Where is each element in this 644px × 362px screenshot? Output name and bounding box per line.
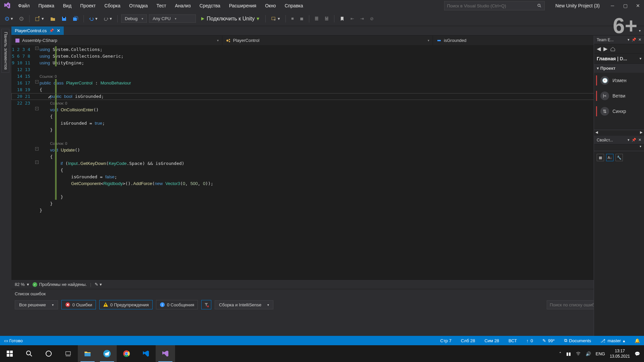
telegram-icon[interactable] — [97, 345, 117, 362]
indent-less-icon[interactable]: ≡ — [289, 15, 296, 22]
menu-analysis[interactable]: Анализ — [171, 2, 195, 10]
visualstudio-icon[interactable] — [156, 345, 175, 362]
status-branch[interactable]: ⎇ master ▴ — [600, 338, 625, 343]
menu-debug[interactable]: Отладка — [125, 2, 152, 10]
nav-back-button[interactable]: ▾ — [3, 15, 15, 22]
maximize-icon[interactable]: ▢ — [622, 3, 629, 8]
undo-button[interactable]: ▾ — [87, 15, 100, 22]
close-icon[interactable]: ✕ — [635, 3, 641, 8]
build-intellisense-dropdown[interactable]: Сборка и IntelliSense — [215, 300, 273, 309]
open-button[interactable] — [48, 15, 57, 23]
fold-gutter[interactable]: − − − − − — [35, 46, 40, 280]
comment-icon[interactable]: ☰ — [313, 15, 321, 22]
tabs-dropdown-icon[interactable]: ▾ — [639, 29, 644, 33]
menu-project[interactable]: Проект — [76, 2, 100, 10]
nav-fwd-button[interactable] — [17, 15, 26, 22]
new-item-button[interactable]: ▾ — [33, 15, 46, 23]
status-changes[interactable]: ✎ 99* — [542, 338, 555, 343]
svg-rect-11 — [437, 40, 441, 41]
warnings-chip[interactable]: 0 Предупреждения — [99, 300, 153, 309]
tray-chevron-icon[interactable]: ˄ — [559, 351, 561, 356]
main-toolbar: ▾ ▾ ▾ ▾ Debug Any CPU Подключить к Unity… — [0, 11, 644, 26]
dropdown-icon[interactable]: ▾ — [628, 138, 630, 142]
menu-edit[interactable]: Правка — [34, 2, 58, 10]
error-scope-dropdown[interactable]: Все решение — [15, 300, 58, 309]
error-list-title: Список ошибок ▾ 📌 ✕ — [11, 289, 644, 298]
properties-title[interactable]: Свойст... ▾📌✕ — [594, 136, 644, 144]
nav-assembly[interactable]: Assembly-CSharp — [11, 36, 222, 45]
platform-dropdown[interactable]: Any CPU — [149, 14, 196, 23]
chrome-icon[interactable] — [117, 345, 136, 362]
quick-search[interactable] — [444, 1, 545, 10]
bm-prev-icon[interactable]: ⇤ — [348, 15, 356, 22]
wifi-icon[interactable] — [576, 351, 581, 356]
back-icon[interactable]: ◀ — [597, 46, 601, 52]
status-ready: ▭ Готово — [4, 338, 23, 343]
bookmark-icon[interactable] — [338, 15, 346, 22]
cortana-icon[interactable] — [39, 345, 58, 362]
menu-extensions[interactable]: Расширения — [225, 2, 260, 10]
save-all-button[interactable] — [71, 15, 80, 23]
menu-test[interactable]: Тест — [152, 2, 170, 10]
search-icon[interactable] — [537, 3, 542, 8]
tree-item-changes[interactable]: 🕘Измен — [594, 73, 644, 88]
bm-clear-icon[interactable]: ⊘ — [368, 15, 376, 22]
menu-window[interactable]: Окно — [261, 2, 280, 10]
pin-icon[interactable]: 📌 — [632, 38, 636, 42]
errors-chip[interactable]: 0 Ошибки — [61, 300, 96, 309]
start-button[interactable] — [0, 345, 19, 362]
az-icon[interactable]: A↓ — [606, 154, 613, 161]
battery-icon[interactable]: ▮▮ — [566, 351, 571, 356]
menu-build[interactable]: Сборка — [100, 2, 124, 10]
minimize-icon[interactable]: ─ — [609, 3, 616, 8]
explorer-icon[interactable] — [78, 345, 97, 362]
uncomment-icon[interactable]: ☱ — [323, 15, 331, 22]
pencil-icon[interactable]: ✎ ▾ — [95, 282, 102, 287]
menu-file[interactable]: Файл — [14, 2, 34, 10]
bm-next-icon[interactable]: ⇥ — [358, 15, 366, 22]
status-char: Сим 28 — [484, 338, 499, 343]
fwd-icon[interactable]: ▶ — [603, 46, 607, 52]
start-debug-button[interactable]: Подключить к Unity ▾ — [198, 14, 262, 23]
tab-close-icon[interactable]: ✕ — [57, 28, 60, 33]
svg-point-21 — [46, 351, 51, 356]
volume-icon[interactable]: 🔊 — [586, 351, 591, 356]
config-dropdown[interactable]: Debug — [121, 14, 147, 23]
menu-view[interactable]: Вид — [59, 2, 75, 10]
tab-playercontrol[interactable]: PlayerControl.cs 📌 ✕ — [11, 26, 64, 35]
search-input[interactable] — [447, 3, 537, 8]
pin-icon[interactable]: 📌 — [49, 28, 54, 33]
problems-indicator[interactable]: ✓ Проблемы не найдены. — [33, 282, 87, 287]
wrench-icon[interactable]: 🔧 — [615, 154, 623, 161]
indent-more-icon[interactable]: ≣ — [298, 15, 306, 22]
status-publish[interactable]: ↑ 0 — [526, 338, 533, 343]
nav-class[interactable]: PlayerControl — [222, 36, 433, 45]
tree-item-sync[interactable]: ⇅Синхр — [594, 104, 644, 119]
lang-indicator[interactable]: ENG — [596, 351, 605, 356]
home-icon[interactable] — [610, 46, 615, 52]
clock-icon: 🕘 — [600, 76, 609, 85]
status-bell-icon[interactable]: 🔔 — [635, 338, 640, 343]
status-repo[interactable]: ⧉ Documents — [564, 338, 591, 343]
taskbar-search-icon[interactable] — [19, 345, 39, 362]
cat-icon[interactable]: ▦ — [597, 154, 604, 161]
redo-button[interactable]: ▾ — [102, 15, 114, 22]
messages-chip[interactable]: i 0 Сообщения — [156, 300, 198, 309]
dropdown-icon[interactable]: ▾ — [628, 38, 630, 42]
taskview-icon[interactable] — [58, 345, 78, 362]
menu-help[interactable]: Справка — [281, 2, 307, 10]
clock[interactable]: 13:1713.05.2021 — [610, 348, 630, 359]
zoom-selector[interactable]: 82 % ▾ — [15, 282, 29, 287]
menu-tools[interactable]: Средства — [196, 2, 224, 10]
code-editor[interactable]: 1 2 3 4 5 6 7 8 9 10 11 12 13 14 15 16 1… — [11, 46, 644, 280]
toolbox-tab[interactable]: Панель элементов — [1, 29, 9, 73]
find-button[interactable]: ▾ — [269, 15, 282, 23]
close-icon[interactable]: ✕ — [638, 38, 641, 42]
team-explorer-title[interactable]: Team E... ▾📌✕ — [594, 36, 644, 44]
code-content[interactable]: using System.Collections; using System.C… — [40, 46, 644, 280]
tree-item-branches[interactable]: Ветви — [594, 88, 644, 104]
save-button[interactable] — [59, 15, 69, 23]
notifications-icon[interactable]: 💬 — [635, 351, 640, 356]
vscode-icon[interactable] — [136, 345, 156, 362]
clear-filter-button[interactable] — [201, 300, 211, 309]
